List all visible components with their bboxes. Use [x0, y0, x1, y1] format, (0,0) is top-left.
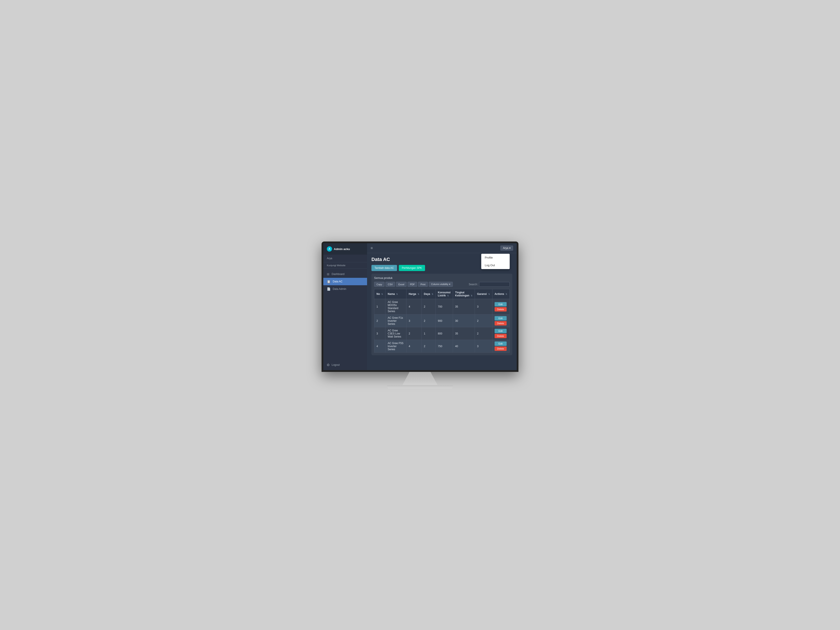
cell-harga: 4 — [406, 299, 422, 314]
delete-button[interactable]: Delete — [494, 321, 507, 325]
sidebar-nav: ⊞ Dashboard 📋 Data AC 📄 Data Admin — [323, 268, 367, 362]
sort-konsumsi-icon[interactable]: ⇅ — [447, 295, 449, 297]
delete-button[interactable]: Delete — [494, 307, 507, 311]
table-toolbar: Copy CSV Excel PDF Print Column visibili… — [374, 282, 510, 287]
sort-daya-icon[interactable]: ⇅ — [432, 293, 433, 295]
cell-nama: AC Gree MOO5s Standard Series — [385, 299, 406, 314]
cell-garansi: 2 — [475, 314, 492, 327]
sidebar-item-data-admin[interactable]: 📄 Data Admin — [323, 285, 367, 293]
cell-konsumsi: 900 — [436, 314, 453, 327]
perhitungan-spk-button[interactable]: Perhitungan SPK — [399, 265, 425, 271]
data-table: No ⇅ Nama ⇅ Harga ⇅ Daya ⇅ KonsumsiListr… — [374, 289, 510, 353]
table-row: 4 AC Gree F5S Inverter Series 4 2 750 40… — [374, 340, 510, 353]
cell-nama: AC Gree F5S Inverter Series — [385, 340, 406, 353]
hamburger-icon[interactable]: ≡ — [371, 246, 373, 251]
sort-nama-icon[interactable]: ⇅ — [396, 293, 398, 295]
cell-konsumsi: 700 — [436, 299, 453, 314]
col-nama: Nama ⇅ — [385, 289, 406, 299]
sidebar: A Admin acku Arya Kunjungi Website ⊞ Das… — [323, 243, 367, 370]
sidebar-item-dashboard-label: Dashboard — [332, 273, 344, 276]
toolbar-buttons: Copy CSV Excel PDF Print Column visibili… — [374, 282, 453, 287]
cell-nama: AC Gree F1s Inverter Series — [385, 314, 406, 327]
col-no: No ⇅ — [374, 289, 385, 299]
visit-website-link[interactable]: Kunjungi Website — [323, 262, 367, 268]
cell-harga: 4 — [406, 340, 422, 353]
user-button-label: Arya — [503, 246, 508, 249]
sidebar-item-data-ac[interactable]: 📋 Data AC — [323, 278, 367, 285]
logo-icon: A — [327, 246, 332, 251]
sort-harga-icon[interactable]: ⇅ — [418, 293, 419, 295]
user-dropdown-button[interactable]: Arya ▾ — [500, 245, 513, 251]
topbar-right: Arya ▾ Profile Log Out — [500, 245, 513, 251]
logout-nav-item[interactable]: ⏻ Logout — [323, 362, 367, 368]
section-title: Semua produk — [374, 276, 510, 279]
cell-nama: AC Gree C3ES Low Watt Series — [385, 327, 406, 340]
sort-kebisingan-icon[interactable]: ⇅ — [471, 295, 472, 297]
cell-garansi: 2 — [475, 327, 492, 340]
col-kebisingan: TingkatKebisingan ⇅ — [453, 289, 475, 299]
edit-button[interactable]: Edit — [494, 341, 507, 346]
delete-button[interactable]: Delete — [494, 334, 507, 338]
cell-konsumsi: 800 — [436, 327, 453, 340]
col-konsumsi: KonsumsiListrik ⇅ — [436, 289, 453, 299]
table-card: Semua produk Copy CSV Excel PDF Print Co… — [371, 274, 512, 355]
pdf-button[interactable]: PDF — [407, 282, 417, 287]
cell-no: 4 — [374, 340, 385, 353]
cell-daya: 1 — [422, 327, 436, 340]
cell-actions: Edit Delete — [492, 327, 510, 340]
cell-no: 3 — [374, 327, 385, 340]
table-row: 1 AC Gree MOO5s Standard Series 4 2 700 … — [374, 299, 510, 314]
copy-button[interactable]: Copy — [374, 282, 385, 287]
sidebar-item-data-ac-label: Data AC — [333, 280, 343, 283]
delete-button[interactable]: Delete — [494, 346, 507, 351]
cell-harga: 3 — [406, 314, 422, 327]
cell-harga: 2 — [406, 327, 422, 340]
sidebar-logo: A Admin acku — [323, 243, 367, 255]
col-daya: Daya ⇅ — [422, 289, 436, 299]
add-data-ac-button[interactable]: Tambah data AC — [371, 265, 397, 271]
sidebar-item-data-admin-label: Data Admin — [333, 287, 346, 291]
dashboard-icon: ⊞ — [327, 272, 330, 276]
search-input[interactable] — [479, 282, 510, 287]
edit-button[interactable]: Edit — [494, 329, 507, 333]
logout-label: Logout — [332, 363, 340, 366]
col-actions: Actions ⇅ — [492, 289, 510, 299]
cell-kebisingan: 35 — [453, 327, 475, 340]
cell-kebisingan: 30 — [453, 314, 475, 327]
cell-no: 2 — [374, 314, 385, 327]
topbar: ≡ Arya ▾ Profile Log Out — [367, 243, 517, 253]
cell-actions: Edit Delete — [492, 299, 510, 314]
chevron-down-icon: ▾ — [509, 246, 510, 249]
logout-menu-item[interactable]: Log Out — [481, 261, 510, 269]
cell-kebisingan: 40 — [453, 340, 475, 353]
cell-actions: Edit Delete — [492, 340, 510, 353]
excel-button[interactable]: Excel — [396, 282, 407, 287]
cell-kebisingan: 35 — [453, 299, 475, 314]
edit-button[interactable]: Edit — [494, 316, 507, 321]
sort-actions-icon[interactable]: ⇅ — [505, 293, 507, 295]
column-visibility-button[interactable]: Column visibility ▾ — [429, 282, 453, 287]
cell-daya: 2 — [422, 314, 436, 327]
logo-text: Admin acku — [334, 248, 350, 251]
user-dropdown-menu: Profile Log Out — [481, 254, 510, 269]
col-garansi: Garansi ⇅ — [475, 289, 492, 299]
page-content: Data AC Tambah data AC Perhitungan SPK S… — [367, 253, 517, 370]
table-row: 2 AC Gree F1s Inverter Series 3 2 900 30… — [374, 314, 510, 327]
cell-no: 1 — [374, 299, 385, 314]
sort-no-icon[interactable]: ⇅ — [381, 293, 383, 295]
main-content: ≡ Arya ▾ Profile Log Out Data AC — [367, 243, 517, 370]
sort-garansi-icon[interactable]: ⇅ — [488, 293, 490, 295]
edit-button[interactable]: Edit — [494, 302, 507, 306]
profile-menu-item[interactable]: Profile — [481, 254, 510, 261]
print-button[interactable]: Print — [418, 282, 428, 287]
search-label: Search: — [469, 283, 478, 286]
sidebar-item-dashboard[interactable]: ⊞ Dashboard — [323, 270, 367, 278]
cell-garansi: 3 — [475, 340, 492, 353]
col-harga: Harga ⇅ — [406, 289, 422, 299]
search-area: Search: — [469, 282, 510, 287]
csv-button[interactable]: CSV — [385, 282, 395, 287]
cell-actions: Edit Delete — [492, 314, 510, 327]
chevron-down-icon: ▾ — [449, 283, 450, 286]
sidebar-user: Arya — [323, 255, 367, 262]
data-ac-icon: 📋 — [327, 280, 330, 283]
